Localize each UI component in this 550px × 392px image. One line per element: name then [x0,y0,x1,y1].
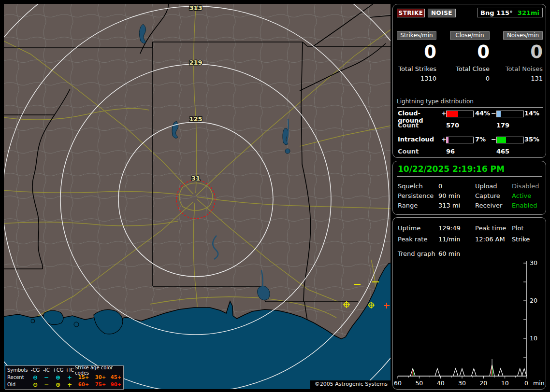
total-strikes-value: 1310 [397,75,436,82]
bearing-readout: Bng 115° 321mi [477,8,543,17]
total-close-label: Total Close [450,65,490,72]
count-label: Count [398,122,441,128]
legend-row-old-label: Old [7,382,29,387]
capture-status: Active [512,192,531,199]
x-tick-label: 30 [458,379,466,387]
legend-col-neg-cg: -CG [29,368,41,373]
strike-panel: STRIKE NOISE Bng 115° 321mi Strikes/min … [392,4,546,158]
noises-counter: Noises/min 0 Total Noises 131 [503,31,543,82]
x-tick-label: 50 [415,379,423,387]
age-45: 45+ [109,375,123,380]
noise-mode-button[interactable]: NOISE [428,9,456,17]
noises-per-min-chip: Noises/min [503,31,543,40]
symbols-legend: Symbols -CG -IC +CG +IC Strike age color… [5,365,124,390]
receiver-label: Receiver [475,202,502,209]
ic-positive-count: 96 [446,148,455,154]
trend-peak [518,368,522,376]
total-noises-value: 131 [503,75,543,82]
trend-axes [398,261,526,376]
trend-graph-label: Trend graph [398,250,435,257]
cg-positive-fill [447,111,458,117]
ic-negative-fill [497,137,506,143]
close-per-min-value: 0 [450,43,490,61]
cloud-ground-label: Cloud-ground [398,110,441,116]
upload-status: Disabled [512,182,539,190]
age-90: 90+ [109,382,123,387]
y-tick-label: 20 [530,297,537,304]
close-counter: Close/min 0 Total Close 0 [450,31,490,82]
ic-negative-bar [496,137,524,143]
map-canvas: 313 219 125 31 [4,4,391,389]
total-noises-label: Total Noises [503,65,543,72]
x-tick-label: 0 [524,379,528,387]
cg-positive-bar [446,111,474,117]
bearing-value: Bng 115° [480,9,513,16]
squelch-label: Squelch [398,182,423,190]
cg-negative-pct: 14% [524,110,539,116]
trend-peak [435,368,440,376]
legend-row-recent-label: Recent [7,375,29,380]
receiver-status: Enabled [512,202,537,209]
plus-icon: + [64,375,75,380]
persistence-value: 90 min [438,192,460,199]
ic-negative-count: 465 [496,148,509,154]
range-value: 313 mi [438,202,460,209]
uptime-value: 129:49 [438,224,461,232]
legend-col-pos-cg: +CG [52,368,64,373]
strike-mode-button[interactable]: STRIKE [397,9,425,17]
plus-icon: + [64,382,75,387]
legend-header-symbols: Symbols [7,367,29,373]
cg-negative-fill [497,111,501,117]
peak-rate-value: 11/min [438,236,460,243]
legend-col-neg-ic: -IC [41,368,52,373]
x-tick-label: 20 [479,379,487,387]
age-75: 75+ [92,382,109,387]
divider [397,176,542,177]
circle-plus-icon: ⊕ [52,382,64,387]
minus-icon: − [41,375,52,380]
y-tick-label: 30 [530,259,537,266]
distribution-title: Lightning type distribution [397,98,543,108]
trend-peak [410,368,415,376]
x-tick-label: 10 [501,379,509,387]
trend-peak [460,368,464,376]
strikes-counter: Strikes/min 0 Total Strikes 1310 [397,31,436,82]
ic-positive-bar [446,137,474,143]
ring-label-125: 125 [189,115,202,123]
trend-graph: 1020306050403020100min [393,259,547,388]
lightning-map[interactable]: 313 219 125 31 Symbols -CG -IC +CG +IC S… [4,4,391,389]
persistence-label: Persistence [398,192,434,199]
circle-minus-icon: ⊖ [29,375,41,380]
plot-mode-value: Strike [512,236,530,243]
bearing-distance: 321mi [518,9,539,16]
peak-rate-label: Peak rate [398,236,427,243]
x-tick-label: 40 [437,379,445,387]
cg-negative-count: 179 [496,122,509,128]
trend-peak [471,368,476,376]
plot-label: Plot [512,224,524,232]
capture-label: Capture [475,192,500,199]
cg-positive-count: 570 [446,122,459,128]
count-label: Count [398,148,441,154]
strikes-per-min-value: 0 [397,43,436,61]
status-panel: 10/22/2025 2:19:16 PM Squelch 0 Upload D… [392,161,546,215]
age-30: 30+ [92,375,109,380]
legend-age-header: Strike age color codes [75,365,123,376]
range-label: Range [398,202,418,209]
ic-positive-fill [447,137,449,143]
circle-plus-icon: ⊕ [52,375,64,380]
copyright-text: ©2005 Astrogenic Systems [310,380,391,389]
total-close-value: 0 [450,75,490,82]
y-tick-label: 10 [530,335,537,342]
total-strikes-label: Total Strikes [397,65,436,72]
ic-positive-pct: 7% [475,136,486,142]
peak-time-value: 12:06 AM [475,236,505,243]
noises-per-min-value: 0 [503,43,543,61]
datetime-display: 10/22/2025 2:19:16 PM [398,164,505,174]
ring-label-219: 219 [189,59,202,66]
minus-icon: − [41,382,52,387]
x-tick-label: 60 [394,379,402,387]
trend-peak [453,368,458,376]
ring-label-313: 313 [189,4,202,12]
peak-time-label: Peak time [475,224,506,232]
